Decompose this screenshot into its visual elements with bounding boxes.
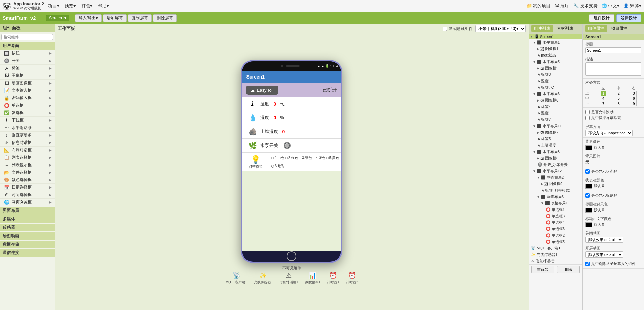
tree-label-celsius[interactable]: A标签.°C bbox=[529, 84, 582, 91]
tree-vlay3[interactable]: ▼⬛垂直布局3 bbox=[529, 194, 582, 200]
remove-from-sidebar-checkbox[interactable] bbox=[585, 262, 590, 266]
tree-soil[interactable]: A土壤湿度 bbox=[529, 142, 582, 149]
screen-selector[interactable]: Screen1▾ bbox=[46, 15, 69, 21]
align-mid-center[interactable]: 5 bbox=[616, 96, 621, 101]
gallery-link[interactable]: 🏛 展厅 bbox=[555, 3, 570, 9]
align-bot-center[interactable]: 8 bbox=[616, 101, 621, 106]
menu-help[interactable]: 帮助▾ bbox=[98, 3, 109, 9]
align-bot-right[interactable]: 9 bbox=[631, 101, 637, 106]
status-bar-color-swatch[interactable] bbox=[585, 184, 592, 189]
desc-input[interactable] bbox=[585, 62, 641, 76]
title-bar-color-swatch[interactable] bbox=[585, 208, 592, 213]
comp-checkbox[interactable]: ✅复选框▶ bbox=[0, 109, 55, 117]
tree-temp[interactable]: A温度 bbox=[529, 78, 582, 84]
bg-color-swatch[interactable] bbox=[585, 145, 592, 150]
device-selector[interactable]: 小米手机6 (360x640)▾ bbox=[475, 25, 526, 32]
tree-radio1[interactable]: ⭕单选框1 bbox=[529, 206, 582, 213]
comp-time-picker[interactable]: ⏱时间选择框▶ bbox=[0, 191, 55, 199]
light-opt-6[interactable]: 6.炫彩 bbox=[271, 164, 284, 169]
tree-img7[interactable]: ▶🖼图像框7 bbox=[529, 129, 582, 136]
tab-comp-list[interactable]: 组件列表 bbox=[531, 25, 553, 32]
tree-img1[interactable]: ▶🖼图像框1 bbox=[529, 46, 582, 52]
menu-project[interactable]: 项目▾ bbox=[48, 3, 59, 9]
tree-humidity[interactable]: A湿度 bbox=[529, 110, 582, 116]
tree-hlay6[interactable]: ▼⬛水平布局6 bbox=[529, 91, 582, 97]
keep-screen-checkbox[interactable] bbox=[585, 116, 590, 120]
show-title-bar-checkbox[interactable] bbox=[585, 193, 590, 198]
comp-password-input[interactable]: 🔒密码输入框▶ bbox=[0, 94, 55, 102]
align-top-right[interactable]: 3 bbox=[631, 91, 637, 96]
comp-dialog[interactable]: ⚠信息对话框▶ bbox=[0, 139, 55, 147]
delete-btn[interactable]: 删除 bbox=[557, 266, 580, 273]
show-status-bar-checkbox[interactable] bbox=[585, 169, 590, 174]
tree-light-label[interactable]: A标签_灯带模式 bbox=[529, 187, 582, 194]
comp-v-scroll[interactable]: ↕垂直滚动条▶ bbox=[0, 132, 55, 139]
tree-label5[interactable]: A标签5 bbox=[529, 136, 582, 142]
tree-radio3[interactable]: ⭕单选框3 bbox=[529, 213, 582, 219]
import-export-btn[interactable]: 导入/导出▾ bbox=[75, 14, 102, 22]
menu-package[interactable]: 打包▾ bbox=[81, 3, 92, 9]
show-hidden-checkbox[interactable] bbox=[443, 27, 447, 31]
tree-hlay11[interactable]: ▼⬛水平布局11 bbox=[529, 123, 582, 129]
tree-radio2[interactable]: ⭕单选框2 bbox=[529, 232, 582, 239]
tree-img8[interactable]: ▶🖼图像框8 bbox=[529, 155, 582, 161]
tree-info-dialog[interactable]: ⚠信息对话框1 bbox=[529, 258, 582, 264]
tree-light-sensor[interactable]: ✨光线传感器1 bbox=[529, 251, 582, 258]
comp-dropdown[interactable]: ⬇下拉框▶ bbox=[0, 117, 55, 124]
comp-layout-dialog[interactable]: 📐布局对话框▶ bbox=[0, 147, 55, 154]
light-opt-5[interactable]: 5.黄色 bbox=[326, 156, 339, 160]
comp-list-view[interactable]: ≡列表显示框▶ bbox=[0, 161, 55, 169]
tree-hlay1[interactable]: ▼⬛水平布局1 bbox=[529, 39, 582, 46]
rename-btn[interactable]: 重命名 bbox=[531, 266, 554, 273]
copy-screen-btn[interactable]: 复制屏幕 bbox=[128, 14, 152, 22]
comp-radio[interactable]: ⭕单选框▶ bbox=[0, 102, 55, 109]
comp-list-select[interactable]: 📋列表选择框▶ bbox=[0, 154, 55, 161]
tree-vlay2[interactable]: ▼⬛垂直布局2 bbox=[529, 174, 582, 181]
tab-project-props[interactable]: 项目属性 bbox=[608, 25, 630, 32]
component-design-btn[interactable]: 组件设计 bbox=[589, 14, 614, 22]
align-top-left[interactable]: 1 bbox=[601, 91, 606, 96]
support-link[interactable]: 🔧 技术支持 bbox=[573, 3, 598, 9]
comp-webview[interactable]: 🌐网页浏览框▶ bbox=[0, 199, 55, 206]
tree-table1[interactable]: ▼⬛表格布局1 bbox=[529, 200, 582, 206]
comp-date-picker[interactable]: 📅日期选择框▶ bbox=[0, 184, 55, 191]
logic-design-btn[interactable]: 逻辑设计 bbox=[616, 14, 641, 22]
comp-anim-image[interactable]: 🎞动画图像框▶ bbox=[0, 80, 55, 87]
menu-preview[interactable]: 预览▾ bbox=[65, 3, 76, 9]
add-screen-btn[interactable]: 增加屏幕 bbox=[103, 14, 127, 22]
comp-file-picker[interactable]: 📂文件选择框▶ bbox=[0, 169, 55, 176]
align-mid-left[interactable]: 4 bbox=[601, 96, 606, 101]
align-bot-left[interactable]: 7 bbox=[601, 101, 606, 106]
comp-image[interactable]: 🖼图像框▶ bbox=[0, 72, 55, 80]
align-top-center[interactable]: 2 bbox=[616, 91, 621, 96]
tree-hlay8[interactable]: ▼⬛水平布局8 bbox=[529, 149, 582, 155]
tab-asset-list[interactable]: 素材列表 bbox=[554, 25, 576, 32]
title-input[interactable] bbox=[585, 47, 641, 53]
tree-screen1[interactable]: ▼📱Screen1 bbox=[529, 34, 582, 39]
comp-h-slider[interactable]: 〰水平滑动条▶ bbox=[0, 124, 55, 132]
tree-pump-switch[interactable]: 🔘开关_水泵开关 bbox=[529, 161, 582, 168]
comp-switch[interactable]: 🔘开关▶ bbox=[0, 57, 55, 65]
home-button[interactable] bbox=[287, 251, 296, 261]
search-input[interactable] bbox=[1, 34, 53, 40]
tree-mqtt-client[interactable]: 📡MQTT客户端1 bbox=[529, 245, 582, 251]
tree-hlay5[interactable]: ▼⬛水平布局5 bbox=[529, 59, 582, 65]
orientation-select[interactable]: 不设方向 - unspecified bbox=[585, 130, 633, 136]
tree-radio5[interactable]: ⭕单选框5 bbox=[529, 239, 582, 245]
tree-img9[interactable]: ▶🖼图像框9 bbox=[529, 181, 582, 187]
tree-radio4[interactable]: ⭕单选框4 bbox=[529, 219, 582, 226]
user-menu[interactable]: 👤 宋萍▾ bbox=[623, 3, 641, 9]
tree-radio6[interactable]: ⭕单选框6 bbox=[529, 226, 582, 232]
tree-label4[interactable]: A标签4 bbox=[529, 104, 582, 110]
open-anim-select[interactable]: 默认效果 default bbox=[585, 251, 623, 258]
delete-screen-btn[interactable]: 删除屏幕 bbox=[153, 14, 177, 22]
tree-img5[interactable]: ▶🖼图像框5 bbox=[529, 65, 582, 71]
tree-mqtt-status[interactable]: Amqtt状态 bbox=[529, 52, 582, 59]
light-opt-3[interactable]: 3.绿色 bbox=[299, 156, 312, 160]
comp-color-picker[interactable]: 🎨颜色选择框▶ bbox=[0, 176, 55, 184]
tree-label7[interactable]: A标签7 bbox=[529, 116, 582, 123]
my-projects-link[interactable]: 📁 我的项目 bbox=[527, 3, 551, 9]
tree-img6[interactable]: ▶🖼图像框6 bbox=[529, 97, 582, 104]
align-mid-right[interactable]: 6 bbox=[631, 96, 637, 101]
close-anim-select[interactable]: 默认效果 default bbox=[585, 237, 623, 243]
